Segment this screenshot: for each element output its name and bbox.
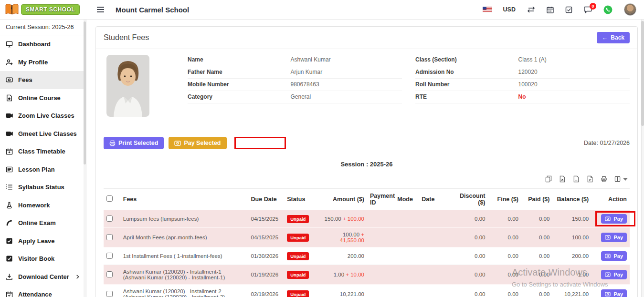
export-columns-icon[interactable]: [614, 175, 629, 183]
sidebar-item-label: Gmeet Live Classes: [18, 130, 77, 137]
money-icon: [605, 216, 611, 221]
row-checkbox[interactable]: [106, 291, 113, 297]
info-value: 100020: [518, 81, 538, 88]
export-print-icon[interactable]: [601, 175, 607, 183]
app-logo[interactable]: SMART SCHOOL: [0, 3, 86, 16]
fee-name: Ashwani Kumar (120020) - Installment-1 (…: [120, 265, 248, 285]
pay-button[interactable]: Pay: [601, 233, 627, 242]
col-header-fine[interactable]: Fine ($): [488, 189, 522, 210]
sidebar-item-label: Online Course: [18, 94, 61, 102]
info-row-name: NameAshwani Kumar: [188, 54, 402, 66]
fee-row: Lumpsum fees (lumpsum-fees)04/15/2025Unp…: [104, 210, 630, 228]
sidebar-item-label: Apply Leave: [18, 237, 55, 245]
print-selected-button[interactable]: Print Selected: [104, 137, 164, 149]
row-checkbox[interactable]: [106, 253, 113, 259]
sidebar-item-attendance[interactable]: Attendance: [0, 286, 86, 297]
sidebar: Current Session: 2025-26 DashboardMy Pro…: [0, 20, 86, 297]
back-button[interactable]: ← Back: [597, 32, 630, 43]
sidebar-item-online-exam[interactable]: Online Exam: [0, 214, 86, 232]
col-header-mode[interactable]: Mode: [394, 189, 419, 210]
fee-row: April Month Fees (apr-month-fees)04/15/2…: [104, 228, 630, 247]
sidebar-item-label: Fees: [18, 76, 32, 83]
col-header-paid[interactable]: Paid ($): [521, 189, 552, 210]
pay-button[interactable]: Pay: [601, 270, 627, 279]
export-copy-icon[interactable]: [545, 175, 552, 183]
page-title: Student Fees: [104, 33, 149, 42]
col-header-balance[interactable]: Balance ($): [552, 189, 591, 210]
sidebar-item-label: Syllabus Status: [18, 184, 64, 191]
currency-selector[interactable]: USD: [503, 6, 516, 13]
fee-payment-id: [367, 265, 394, 285]
user-avatar[interactable]: [624, 3, 636, 16]
sidebar-item-class-timetable[interactable]: Class Timetable: [0, 143, 86, 161]
col-header-amount[interactable]: Amount ($): [317, 189, 367, 210]
logo-book-icon: [5, 3, 19, 16]
fee-balance: 10,221.00: [552, 285, 591, 297]
row-checkbox[interactable]: [106, 215, 113, 222]
info-label: Class (Section): [415, 56, 518, 63]
fee-paid: 0.00: [521, 247, 552, 265]
fee-mode: [394, 210, 419, 228]
col-header-action[interactable]: Action: [591, 189, 630, 210]
logo-text: SMART SCHOOL: [21, 4, 80, 15]
sidebar-item-gmeet-live-classes[interactable]: Gmeet Live Classes: [0, 125, 86, 143]
task-check-icon[interactable]: [565, 6, 572, 13]
col-header-discount[interactable]: Discount ($): [450, 189, 488, 210]
switch-icon[interactable]: [527, 6, 535, 13]
student-fees-card: Student Fees ← Back: [95, 26, 638, 297]
col-header-fees[interactable]: Fees: [120, 189, 248, 210]
export-csv-icon[interactable]: [573, 175, 580, 183]
sidebar-scrollbar[interactable]: [84, 20, 86, 297]
info-value: No: [518, 93, 526, 100]
export-pdf-icon[interactable]: [587, 175, 593, 183]
fee-due-date: 02/19/2026: [248, 285, 285, 297]
menu-toggle-button[interactable]: [95, 5, 106, 14]
sidebar-item-online-course[interactable]: Online Course: [0, 89, 86, 107]
col-header-date[interactable]: Date: [419, 189, 450, 210]
info-row-father-name: Father NameArjun Kumar: [188, 66, 402, 79]
page-scrollbar[interactable]: [641, 20, 644, 297]
info-row-rte: RTENo: [415, 91, 630, 103]
sidebar-item-zoom-live-classes[interactable]: Zoom Live Classes: [0, 107, 86, 125]
whatsapp-icon[interactable]: [603, 5, 612, 14]
sidebar-item-apply-leave[interactable]: Apply Leave: [0, 232, 86, 250]
sidebar-item-visitor-book[interactable]: Visitor Book: [0, 250, 86, 268]
col-header-status[interactable]: Status: [284, 189, 316, 210]
status-badge: Unpaid: [287, 290, 309, 297]
fee-discount: 0.00: [450, 285, 488, 297]
row-checkbox[interactable]: [106, 234, 113, 240]
col-header-payment-id[interactable]: Payment ID: [367, 189, 394, 210]
fee-name: Ashwani Kumar (120020) - Installment-2 (…: [120, 285, 248, 297]
select-all-checkbox[interactable]: [106, 195, 113, 202]
fee-paid: 0.00: [521, 265, 552, 285]
sidebar-item-syllabus-status[interactable]: Syllabus Status: [0, 178, 86, 196]
fee-fine: 0.00: [488, 228, 522, 247]
monitor-icon: [6, 41, 13, 48]
info-row-category: CategoryGeneral: [188, 91, 402, 103]
fee-balance: 200.00: [552, 247, 591, 265]
pay-selected-button[interactable]: Pay Selected: [169, 137, 226, 149]
calendar-icon[interactable]: [547, 6, 554, 13]
calendar-check-icon: [6, 291, 13, 297]
sidebar-item-my-profile[interactable]: My Profile: [0, 53, 86, 72]
pay-button[interactable]: Pay: [601, 289, 627, 297]
student-info-section: NameAshwani KumarFather NameArjun KumarM…: [104, 54, 630, 117]
export-excel-icon[interactable]: [559, 175, 566, 183]
messages-icon[interactable]: 0: [584, 6, 592, 13]
sidebar-item-fees[interactable]: Fees: [0, 71, 86, 89]
col-header-due-date[interactable]: Due Date: [248, 189, 285, 210]
pay-button[interactable]: Pay: [601, 251, 627, 261]
row-checkbox[interactable]: [106, 271, 113, 277]
student-photo: [106, 55, 149, 117]
sidebar-item-lesson-plan[interactable]: Lesson Plan: [0, 161, 86, 179]
language-flag-icon[interactable]: [483, 7, 492, 12]
sidebar-item-download-center[interactable]: Download Center: [0, 268, 86, 286]
info-value: Ashwani Kumar: [291, 56, 331, 63]
fee-date: [419, 210, 450, 228]
pay-button[interactable]: Pay: [601, 214, 627, 224]
sidebar-item-homework[interactable]: Homework: [0, 196, 86, 215]
fee-date: [419, 247, 450, 265]
fee-fine: 0.00: [488, 210, 522, 228]
sidebar-item-dashboard[interactable]: Dashboard: [0, 35, 86, 53]
fee-mode: [394, 285, 419, 297]
